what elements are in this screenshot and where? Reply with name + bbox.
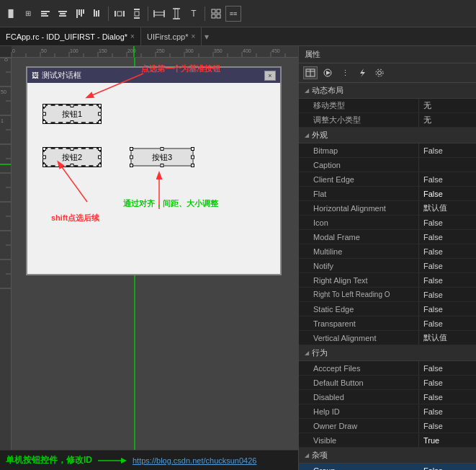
props-row-owner-draw[interactable]: Owner Draw False <box>299 419 476 433</box>
handle-mr[interactable] <box>98 112 102 116</box>
props-row-disabled[interactable]: Disabled False <box>299 390 476 404</box>
handle-ml[interactable] <box>42 112 46 116</box>
csdn-url[interactable]: https://blog.csdn.net/chucksun0426 <box>133 456 256 465</box>
svg-rect-18 <box>134 17 140 19</box>
props-row-icon[interactable]: Icon False <box>299 216 476 230</box>
toolbar-btn-test[interactable]: ≡≡ <box>225 6 241 22</box>
handle-2-tl[interactable] <box>42 147 46 151</box>
props-tool-events[interactable] <box>320 66 335 79</box>
separator-3 <box>205 6 205 21</box>
props-tool-gear[interactable] <box>372 66 387 79</box>
svg-rect-4 <box>60 13 66 14</box>
handle-3-tm[interactable] <box>161 147 164 151</box>
props-row-help-id[interactable]: Help ID False <box>299 404 476 419</box>
tab-overflow-btn[interactable]: ▾ <box>202 27 212 45</box>
svg-text:300: 300 <box>185 48 194 53</box>
handle-bl[interactable] <box>42 120 46 124</box>
svg-rect-11 <box>96 11 97 17</box>
handle-3-tr[interactable] <box>191 147 194 151</box>
handle-2-ml[interactable] <box>42 156 46 159</box>
props-row-client-edge[interactable]: Client Edge False <box>299 172 476 187</box>
dialog-close-button[interactable]: × <box>264 71 276 81</box>
handle-3-tl[interactable] <box>130 147 133 151</box>
tab-cpp[interactable]: UIFirst.cpp* × <box>141 27 202 45</box>
edit-area[interactable]: 🖼 测试对话框 × 按钮1 <box>12 58 298 470</box>
svg-text:350: 350 <box>214 48 223 53</box>
svg-rect-28 <box>217 14 220 18</box>
section-misc[interactable]: 杂项 <box>299 448 476 464</box>
handle-2-br[interactable] <box>98 164 102 167</box>
props-row-transparent[interactable]: Transparent False <box>299 316 476 331</box>
toolbar-btn-2[interactable]: ⊞ <box>20 6 36 22</box>
svg-text:150: 150 <box>99 48 107 53</box>
toolbar-btn-distribute-v[interactable] <box>129 6 145 22</box>
handle-3-bl[interactable] <box>130 164 133 167</box>
button-2[interactable]: 按钮2 <box>43 148 101 167</box>
handle-bm[interactable] <box>71 120 74 124</box>
handle-2-tm[interactable] <box>71 147 74 151</box>
props-tool-lightning[interactable] <box>355 66 369 79</box>
props-row-bitmap[interactable]: Bitmap False <box>299 143 476 158</box>
handle-2-tr[interactable] <box>98 147 102 151</box>
props-row-resize-type[interactable]: 调整大小类型 无 <box>299 113 476 128</box>
handle-3-ml[interactable] <box>130 156 133 159</box>
tab-dialog-close[interactable]: × <box>130 32 135 40</box>
props-row-flat[interactable]: Flat False <box>299 187 476 201</box>
handle-3-bm[interactable] <box>161 164 164 167</box>
props-row-static-edge[interactable]: Static Edge False <box>299 302 476 316</box>
props-row-default-btn[interactable]: Default Button False <box>299 376 476 390</box>
handle-tl[interactable] <box>42 104 46 107</box>
svg-text:400: 400 <box>243 48 251 53</box>
section-dynamic-layout[interactable]: 动态布局 <box>299 83 476 99</box>
toolbar-btn-1[interactable]: ▐▌ <box>3 6 19 22</box>
toolbar-btn-size-w[interactable] <box>151 6 167 22</box>
props-tool-properties[interactable] <box>303 66 318 79</box>
props-row-modal-frame[interactable]: Modal Frame False <box>299 230 476 244</box>
svg-text:200: 200 <box>127 48 136 53</box>
props-row-halign[interactable]: Horizontal Alignment 默认值 <box>299 201 476 216</box>
props-row-valign[interactable]: Vertical Alignment 默认值 <box>299 331 476 345</box>
ruler-horizontal: 0 50 100 150 200 250 300 <box>0 46 298 58</box>
button-1[interactable]: 按钮1 <box>43 105 101 123</box>
props-row-visible[interactable]: Visible True <box>299 433 476 448</box>
handle-2-bl[interactable] <box>42 164 46 167</box>
toolbar-btn-text[interactable]: T <box>186 6 202 22</box>
props-row-caption[interactable]: Caption <box>299 158 476 172</box>
tab-cpp-label: UIFirst.cpp* <box>147 32 188 41</box>
props-row-notify[interactable]: Notify False <box>299 259 476 273</box>
svg-rect-10 <box>94 9 95 17</box>
props-row-accept-files[interactable]: Acccept Files False <box>299 361 476 376</box>
props-row-move-type[interactable]: 移动类型 无 <box>299 99 476 113</box>
section-behavior[interactable]: 行为 <box>299 345 476 361</box>
toolbar-btn-size-h[interactable] <box>169 6 184 22</box>
toolbar-btn-align-left[interactable] <box>37 6 53 22</box>
handle-2-mr[interactable] <box>98 156 102 159</box>
tab-cpp-close[interactable]: × <box>191 32 195 40</box>
props-row-right-align-text[interactable]: Right Align Text False <box>299 273 476 288</box>
svg-rect-13 <box>114 11 116 17</box>
toolbar-btn-align-center[interactable] <box>55 6 71 22</box>
props-row-rtl[interactable]: Right To Left Reading O False <box>299 288 476 302</box>
svg-rect-17 <box>135 12 139 16</box>
dialog-window[interactable]: 🖼 测试对话框 × 按钮1 <box>26 66 282 275</box>
props-row-multiline[interactable]: Multiline False <box>299 244 476 259</box>
svg-text:1: 1 <box>1 118 4 123</box>
toolbar-btn-distribute-h[interactable] <box>112 6 127 22</box>
svg-rect-22 <box>175 9 178 19</box>
toolbar-btn-grid[interactable] <box>208 6 224 22</box>
props-row-group[interactable]: Group False <box>299 464 476 470</box>
button-3[interactable]: 按钮3 <box>130 148 194 167</box>
toolbar-btn-5[interactable] <box>89 6 105 22</box>
toolbar-btn-align-top[interactable] <box>72 6 88 22</box>
section-appearance[interactable]: 外观 <box>299 128 476 143</box>
svg-text:50: 50 <box>41 48 47 53</box>
props-tool-3[interactable]: ⋮ <box>338 66 352 79</box>
svg-rect-3 <box>58 11 67 12</box>
handle-tr[interactable] <box>98 104 102 107</box>
handle-br[interactable] <box>98 120 102 124</box>
tab-dialog[interactable]: FCApp.rc - IDD_UIFIRST - Dialog* × <box>0 27 141 45</box>
handle-3-br[interactable] <box>191 164 194 167</box>
handle-3-mr[interactable] <box>191 156 194 159</box>
handle-2-bm[interactable] <box>71 164 74 167</box>
handle-tm[interactable] <box>71 104 74 107</box>
